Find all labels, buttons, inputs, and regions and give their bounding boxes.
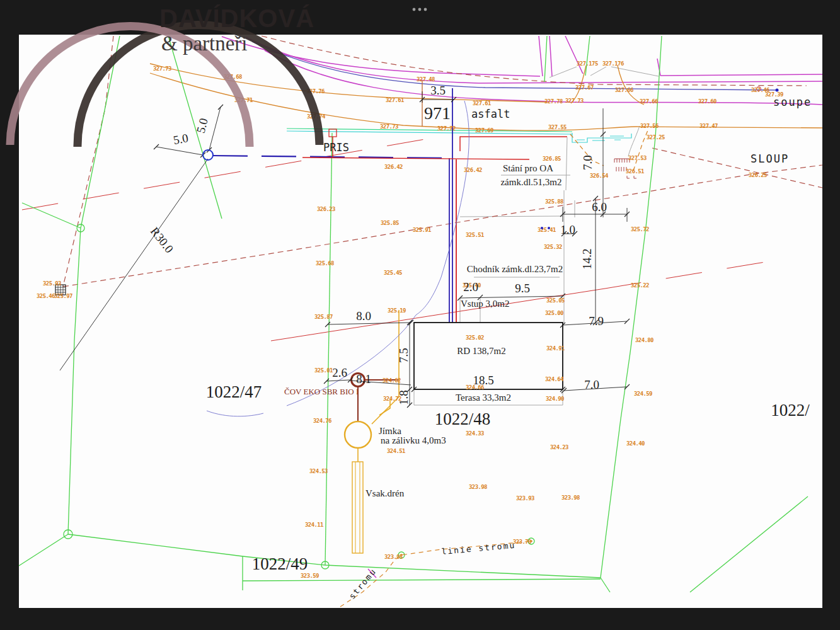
parcel-1022-right: 1022/	[771, 401, 810, 420]
logo-subtitle: & partneři	[161, 32, 248, 55]
spot-elevation-label: 325.68	[316, 260, 334, 266]
asfalt-label: asfalt	[471, 108, 510, 120]
spot-elevation-label: 326.25	[749, 172, 767, 178]
parcel-1022-47: 1022/47	[206, 382, 262, 401]
dimension-label: 2.6	[332, 366, 347, 379]
spot-elevation-label: 325.01	[314, 367, 333, 374]
parcel-1022-48: 1022/48	[435, 410, 491, 428]
dimension-label: 3.5	[430, 84, 446, 97]
dimension-label: 8.0	[356, 309, 371, 323]
spot-elevation-label: 327.66	[640, 98, 658, 105]
spot-elevation-label: 327.47	[699, 123, 718, 129]
spot-elevation-label: 323.95	[384, 554, 403, 560]
spot-elevation-label: 327.73	[153, 66, 171, 72]
cov-label: ČOV EKO SBR BIO I	[284, 387, 359, 396]
jimka-label-2: na zálivku 4,0m3	[381, 435, 446, 445]
soupe-label: soupe	[773, 96, 812, 108]
dimension-label: 7.0	[581, 155, 594, 170]
spot-elevation-label: 327.53	[628, 155, 647, 161]
menu-dot	[424, 8, 427, 11]
dimension-label: 6.0	[592, 200, 607, 214]
spot-elevation-label: 326.23	[317, 206, 335, 212]
spot-elevation-label: 327.25	[647, 134, 665, 140]
sloup-label: SLOUP	[751, 152, 789, 165]
dimension-label: 14.2	[580, 248, 594, 269]
spot-elevation-label: 324.23	[550, 444, 568, 450]
parcel-1022-49: 1022/49	[252, 554, 308, 573]
drawing-sheet	[19, 35, 822, 608]
spot-elevation-label: 324.76	[313, 418, 331, 424]
rd-label: RD 138,7m2	[457, 346, 506, 356]
spot-elevation-label: 325.00	[545, 310, 563, 316]
dimension-label: 5.0	[172, 131, 189, 147]
spot-elevation-label: 323.59	[301, 573, 319, 579]
dimension-label: 2.0	[463, 280, 478, 294]
spot-elevation-label: 325.32	[544, 244, 562, 250]
spot-elevation-label: 324.33	[466, 430, 484, 437]
menu-dot	[418, 8, 422, 11]
menu-dot	[413, 8, 416, 11]
spot-elevation-label: 324.53	[309, 468, 328, 474]
spot-elevation-label: 327.66	[615, 87, 633, 93]
spot-elevation-label: 323.93	[516, 495, 534, 501]
jimka-label-1: Jímka	[379, 426, 401, 436]
spot-elevation-label: 325.97	[54, 293, 72, 299]
spot-elevation-label: 326.42	[464, 167, 482, 173]
dimension-label: 7.5	[397, 348, 410, 363]
vstup-label: Vstup 3,0m2	[461, 299, 510, 309]
road-number: 971	[424, 103, 451, 123]
stani-label-2: zámk.dl.51,3m2	[500, 177, 561, 187]
spot-elevation-label: 327.67	[575, 84, 594, 91]
spot-elevation-label: 325.85	[381, 220, 399, 226]
spot-elevation-label: 325.46	[37, 293, 55, 299]
spot-elevation-label: 326.42	[384, 164, 403, 170]
site-plan-canvas: 327.73327.68327.71327.76327.74327.61327.…	[0, 0, 840, 630]
spot-elevation-label: 327.55	[548, 124, 567, 130]
dimension-label: 9.5	[515, 282, 530, 295]
spot-elevation-label: 325.05	[546, 297, 565, 304]
spot-elevation-label: 326.54	[590, 173, 609, 179]
spot-elevation-label: 325.91	[413, 227, 431, 233]
spot-elevation-label: 327.73	[565, 98, 584, 104]
spot-elevation-label: 327.61	[386, 97, 404, 103]
spot-elevation-label: 325.41	[538, 227, 556, 233]
spot-elevation-label: 323.98	[469, 484, 487, 490]
spot-elevation-label: 327.48	[417, 76, 435, 83]
spot-elevation-label: 325.02	[466, 335, 484, 341]
spot-elevation-label: 325.88	[545, 198, 563, 205]
dimension-label: 1.0	[560, 223, 575, 236]
terasa-label: Terasa 33,3m2	[456, 392, 511, 403]
vsak-label: Vsak.drén	[365, 488, 405, 498]
spot-elevation-label: 324.11	[305, 522, 323, 528]
spot-elevation-label: 325.93	[43, 280, 61, 287]
spot-elevation-label: 324.62	[383, 377, 401, 384]
spot-elevation-label: 327.69	[475, 127, 493, 134]
spot-elevation-label: 325.87	[314, 314, 333, 320]
spot-elevation-label: 326.51	[626, 168, 644, 175]
spot-elevation-label: 324.91	[546, 345, 565, 352]
dimension-label: 7.9	[589, 314, 604, 328]
spot-elevation-label: 325.45	[384, 270, 402, 276]
dimension-label: 7.0	[584, 378, 599, 391]
more-menu-button[interactable]	[413, 8, 427, 11]
dimension-label: 8.1	[356, 372, 371, 386]
spot-elevation-label: 327.72	[437, 125, 456, 132]
spot-elevation-label: 325.72	[631, 226, 649, 232]
spot-elevation-label: 324.64	[545, 376, 564, 382]
pris-label: PRIS	[323, 141, 349, 154]
spot-elevation-label: 327.60	[698, 98, 716, 105]
spot-elevation-label: 327.176	[602, 60, 624, 67]
spot-elevation-label: 327.175	[577, 60, 598, 67]
spot-elevation-label: 326.85	[543, 156, 561, 162]
spot-elevation-label: 325.22	[631, 282, 649, 289]
logo-title: DAVÍDKOVÁ	[159, 4, 314, 32]
spot-elevation-label: 324.51	[387, 448, 405, 454]
spot-elevation-label: 327.61	[473, 100, 491, 106]
dimension-label: 18.5	[473, 374, 493, 387]
spot-elevation-label: 324.40	[626, 440, 645, 447]
spot-elevation-label: 327.78	[544, 98, 563, 105]
spot-elevation-label: 327.73	[380, 123, 398, 130]
spot-elevation-label: 325.19	[388, 307, 406, 314]
chodnik-label: Chodník zámk.dl.23,7m2	[467, 264, 563, 274]
spot-elevation-label: 324.80	[635, 337, 653, 343]
